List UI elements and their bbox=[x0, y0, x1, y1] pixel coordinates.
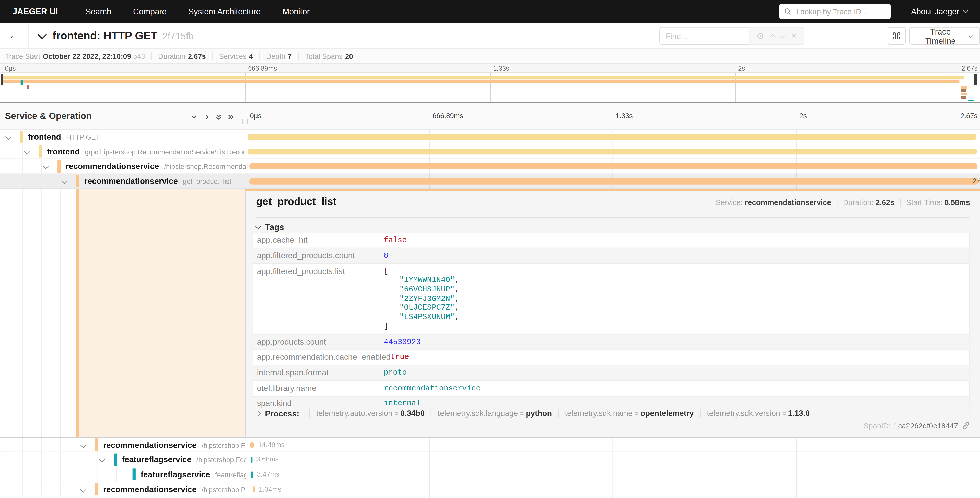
list-item: "OLJCESPC7Z" bbox=[384, 304, 459, 313]
collapse-children-icon[interactable] bbox=[24, 148, 30, 154]
timeline-tick: 1.33s bbox=[616, 102, 633, 129]
minimap-right-scrubber[interactable] bbox=[974, 74, 977, 85]
tree-guide bbox=[79, 497, 79, 498]
span-duration-label: 14.49ms bbox=[258, 438, 284, 452]
span-bar-cell[interactable]: 2.62s bbox=[246, 174, 980, 188]
span-bar-cell[interactable]: 3.47ms bbox=[246, 467, 980, 482]
timeline-tick: 0μs bbox=[250, 102, 262, 129]
span-detail-panel: get_product_list Service: recommendation… bbox=[245, 189, 980, 437]
services-label: Services bbox=[219, 52, 247, 59]
collapse-trace-details-icon[interactable] bbox=[37, 30, 47, 39]
span-duration-label: 1.04ms bbox=[259, 482, 281, 496]
minimap-left-scrubber[interactable] bbox=[0, 74, 3, 85]
span-row-frontend-grpc[interactable]: frontendgrpc.hipstershop.RecommendationS… bbox=[0, 144, 980, 159]
span-row-recommendationservice-featureflag[interactable]: recommendationservice/hipstershop.Featur… bbox=[0, 438, 980, 452]
find-input[interactable] bbox=[659, 27, 749, 45]
span-timeline-grid: Service & Operation 0μs 666.89ms 1.33s 2… bbox=[0, 102, 980, 498]
span-operation: /hipstershop.ProductCatalogSer... bbox=[202, 486, 245, 493]
minimap-span-bar bbox=[961, 93, 967, 95]
resizer-grip-icon[interactable] bbox=[242, 119, 248, 124]
detail-operation-name: get_product_list bbox=[256, 196, 716, 208]
tag-row: app.products.count 44530923 bbox=[252, 335, 969, 350]
span-row-featureflagservice-getflag[interactable]: featureflagservice/hipstershop.FeatureFl… bbox=[0, 452, 980, 467]
tree-guide bbox=[60, 174, 60, 188]
span-duration-label: 3.47ms bbox=[257, 467, 279, 482]
keyboard-shortcuts-button[interactable]: ⌘ bbox=[888, 27, 906, 45]
tags-section-label: Tags bbox=[265, 222, 284, 232]
span-duration-bar bbox=[251, 457, 252, 463]
tree-guide bbox=[41, 159, 41, 173]
expand-one-icon[interactable] bbox=[203, 112, 210, 123]
service-color-strip bbox=[39, 145, 41, 158]
span-row-recommendationservice-productcatalog[interactable]: recommendationservice/hipstershop.Produc… bbox=[0, 482, 980, 497]
process-section-toggle[interactable]: Process: telemetry.auto.version0.34b0 te… bbox=[256, 409, 810, 418]
timeline-tick: 2s bbox=[799, 102, 807, 129]
find-controls: ✕ bbox=[749, 27, 805, 45]
span-row-featureflagservice-repo-query[interactable]: featureflagservicefeatureflagservice.rep… bbox=[0, 467, 980, 482]
span-name-cell: recommendationservice/hipstershop.Featur… bbox=[0, 438, 245, 452]
list-item: "66VCHSJNUP" bbox=[384, 285, 459, 295]
nav-item-system-architecture[interactable]: System Architecture bbox=[188, 7, 261, 16]
tag-key: app.filtered_products.count bbox=[252, 251, 384, 260]
trace-minimap[interactable] bbox=[0, 73, 980, 102]
span-row-get-product-list-selected[interactable]: recommendationserviceget_product_list 2.… bbox=[0, 174, 980, 189]
divider bbox=[259, 52, 260, 59]
span-bar-cell[interactable] bbox=[246, 144, 980, 158]
tag-value: recommendationservice bbox=[384, 384, 480, 393]
detail-start-value: 8.58ms bbox=[945, 198, 970, 207]
span-bar-cell[interactable]: 1.04ms bbox=[246, 482, 980, 496]
find-clear-icon[interactable]: ✕ bbox=[791, 32, 797, 40]
tags-section-toggle[interactable]: Tags bbox=[256, 222, 284, 232]
nav-item-monitor[interactable]: Monitor bbox=[283, 7, 310, 16]
trace-id-input[interactable] bbox=[795, 6, 886, 17]
top-navbar: JAEGER UI Search Compare System Architec… bbox=[0, 0, 980, 23]
span-operation: featureflagservice.repo.query:fe... bbox=[215, 471, 245, 478]
span-operation: /hipstershop.FeatureFlagService/Ge... bbox=[196, 456, 246, 464]
trace-title: frontend: HTTP GET2f715fb bbox=[52, 29, 194, 42]
tag-value: internal bbox=[384, 399, 420, 409]
span-service: recommendationservice bbox=[103, 485, 197, 494]
span-bar-cell[interactable]: 3.68ms bbox=[246, 452, 980, 467]
detail-indent-fill bbox=[79, 189, 245, 437]
collapse-children-icon[interactable] bbox=[5, 134, 11, 139]
collapse-all-icon[interactable] bbox=[215, 112, 223, 123]
span-bar-cell[interactable] bbox=[246, 129, 980, 144]
nav-item-compare[interactable]: Compare bbox=[133, 7, 167, 16]
service-color-strip bbox=[95, 483, 98, 495]
focus-target-icon[interactable] bbox=[756, 32, 764, 40]
service-color-strip bbox=[76, 175, 79, 187]
chevron-down-icon bbox=[256, 224, 261, 229]
collapse-children-icon[interactable] bbox=[62, 178, 67, 184]
tree-guide bbox=[41, 482, 41, 496]
tree-guide bbox=[79, 452, 79, 467]
tag-row: app.filtered_products.count 8 bbox=[252, 249, 969, 264]
span-row-partial[interactable] bbox=[0, 497, 980, 498]
span-bar-cell[interactable] bbox=[246, 497, 980, 498]
collapse-children-icon[interactable] bbox=[81, 486, 86, 492]
expand-all-icon[interactable] bbox=[227, 112, 234, 123]
find-prev-icon[interactable] bbox=[770, 34, 775, 40]
app-brand[interactable]: JAEGER UI bbox=[13, 7, 58, 16]
span-bar-cell[interactable] bbox=[246, 159, 980, 173]
span-bar-cell[interactable]: 14.49ms bbox=[246, 438, 980, 452]
back-button[interactable]: ← bbox=[0, 23, 29, 48]
divider bbox=[212, 52, 213, 59]
span-row-frontend-http-get[interactable]: frontendHTTP GET bbox=[0, 129, 980, 144]
collapse-children-icon[interactable] bbox=[81, 442, 86, 447]
tag-value: proto bbox=[384, 369, 407, 378]
trace-view-selector[interactable]: Trace Timeline bbox=[910, 27, 980, 45]
span-service: recommendationservice bbox=[84, 176, 178, 186]
trace-id-lookup-box[interactable] bbox=[779, 4, 890, 19]
process-label: Process: bbox=[265, 409, 299, 418]
collapse-one-icon[interactable] bbox=[190, 112, 197, 123]
nav-item-search[interactable]: Search bbox=[86, 7, 111, 16]
span-duration-label: 2.62s bbox=[973, 174, 980, 188]
find-next-icon[interactable] bbox=[780, 33, 786, 38]
deep-link-icon[interactable] bbox=[962, 422, 970, 430]
span-operation: /hipstershop.RecommendationService/Lis..… bbox=[164, 163, 245, 170]
collapse-children-icon[interactable] bbox=[99, 456, 105, 462]
about-jaeger-menu[interactable]: About Jaeger bbox=[911, 7, 967, 16]
span-service: frontend bbox=[28, 132, 61, 141]
span-row-recommendationservice-list[interactable]: recommendationservice/hipstershop.Recomm… bbox=[0, 159, 980, 174]
collapse-children-icon[interactable] bbox=[43, 163, 49, 169]
